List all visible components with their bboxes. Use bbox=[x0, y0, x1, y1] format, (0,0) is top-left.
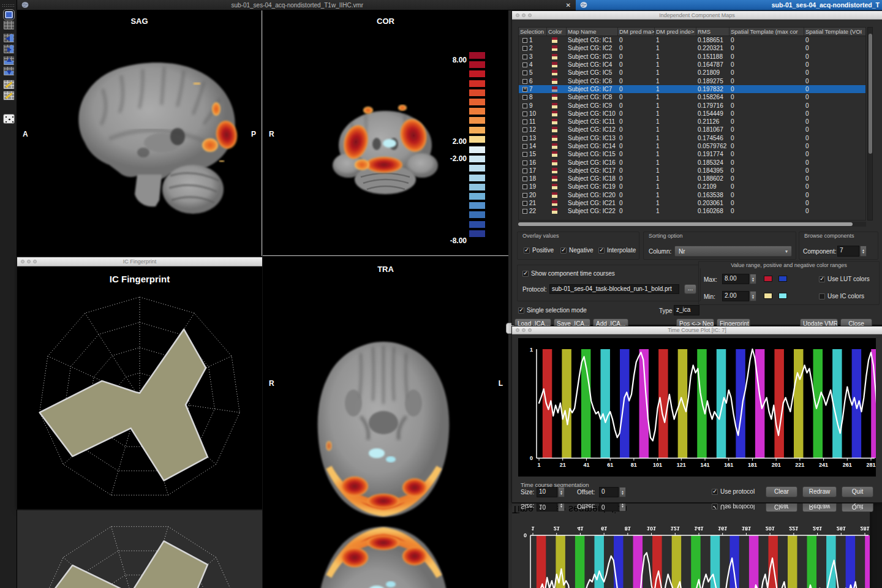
table-row[interactable]: 5Subject CG: IC5010.2180900 bbox=[519, 69, 865, 77]
min-value-field[interactable]: 2.00 bbox=[722, 291, 749, 301]
single-selection-checkbox[interactable]: ✓Single selection mode bbox=[518, 307, 587, 314]
positive-color-swatch-1[interactable] bbox=[764, 276, 772, 282]
table-row[interactable]: 22Subject CG: IC22010.16026800 bbox=[519, 207, 865, 215]
table-row[interactable]: 3Subject CG: IC3010.15118800 bbox=[519, 53, 865, 61]
cor-view[interactable]: COR R 8.002.00-2.00-8.00 bbox=[263, 10, 508, 256]
vmr-window-titlebar[interactable]: sub-01_ses-04_acq-nondistorted_T1w_IIHC.… bbox=[17, 0, 576, 10]
sag-view[interactable]: SAG A P bbox=[17, 10, 262, 256]
axial-view-icon[interactable] bbox=[3, 66, 15, 76]
table-row[interactable]: 8Subject CG: IC8010.15826400 bbox=[519, 93, 865, 101]
min-spinner[interactable]: ▲▼ bbox=[750, 291, 756, 301]
negative-color-swatch-2[interactable] bbox=[778, 293, 787, 299]
row-selection-checkbox[interactable] bbox=[522, 201, 527, 206]
draw-pen-icon[interactable] bbox=[3, 80, 15, 89]
size-field[interactable]: 10 bbox=[537, 503, 557, 511]
column-header[interactable]: Map Name bbox=[567, 28, 618, 36]
table-row[interactable]: 19Subject CG: IC19010.210900 bbox=[519, 183, 865, 190]
table-row[interactable]: 7Subject CG: IC7010.19783200 bbox=[519, 85, 865, 93]
size-spinner[interactable]: ▲▼ bbox=[558, 503, 565, 511]
component-spinner[interactable]: ▲▼ bbox=[860, 246, 867, 257]
negative-checkbox[interactable]: ✓Negative bbox=[560, 247, 593, 254]
timecourse-titlebar[interactable]: Time Course Plot [IC: 7] bbox=[512, 326, 882, 334]
clear-button[interactable]: Clear bbox=[766, 486, 797, 497]
protocol-browse-button[interactable]: ... bbox=[684, 284, 696, 294]
secondary-window-titlebar[interactable]: sub-01_ses-04_acq-nondistorted_T bbox=[576, 0, 882, 10]
cube-3d-view-icon[interactable] bbox=[5, 11, 13, 18]
row-selection-checkbox[interactable] bbox=[522, 79, 527, 84]
row-selection-checkbox[interactable] bbox=[522, 127, 527, 132]
table-row[interactable]: 14Subject CG: IC14010.057976200 bbox=[519, 142, 865, 150]
row-selection-checkbox[interactable] bbox=[522, 46, 527, 51]
table-row[interactable]: 12Subject CG: IC12010.18106700 bbox=[519, 126, 865, 134]
row-selection-checkbox[interactable] bbox=[522, 144, 527, 149]
offset-field[interactable]: 0 bbox=[599, 487, 619, 497]
max-spinner[interactable]: ▲▼ bbox=[750, 274, 756, 284]
row-selection-checkbox[interactable] bbox=[522, 70, 527, 75]
offset-field[interactable]: 0 bbox=[599, 503, 619, 511]
row-selection-checkbox[interactable] bbox=[522, 136, 527, 141]
column-header[interactable]: Color bbox=[547, 28, 567, 36]
table-row[interactable]: 13Subject CG: IC13010.17454600 bbox=[519, 134, 865, 142]
size-field[interactable]: 10 bbox=[537, 487, 557, 497]
table-row[interactable]: 16Subject CG: IC16010.18532400 bbox=[519, 158, 865, 166]
fingerprint-titlebar[interactable]: IC Fingerprint bbox=[17, 257, 262, 266]
table-row[interactable]: 2Subject CG: IC2010.22032100 bbox=[519, 44, 865, 52]
draw-pen-alt-icon[interactable] bbox=[3, 91, 15, 100]
negative-color-swatch-1[interactable] bbox=[764, 293, 772, 299]
column-header[interactable]: DM pred ma> bbox=[618, 28, 655, 36]
dice-random-icon[interactable] bbox=[3, 114, 15, 124]
table-row[interactable]: 10Subject CG: IC10010.15444900 bbox=[519, 110, 865, 118]
row-selection-checkbox[interactable] bbox=[522, 119, 527, 124]
close-icon[interactable]: ✕ bbox=[566, 2, 571, 9]
table-row[interactable]: 17Subject CG: IC17010.18439500 bbox=[519, 167, 865, 175]
positive-checkbox[interactable]: ✓Positive bbox=[524, 247, 554, 254]
row-selection-checkbox[interactable] bbox=[522, 87, 527, 92]
interpolate-checkbox[interactable]: ✓Interpolate bbox=[598, 247, 636, 254]
table-row[interactable]: 11Subject CG: IC11010.2112600 bbox=[519, 118, 865, 126]
use-ic-colors-checkbox[interactable]: Use IC colors bbox=[819, 293, 864, 300]
use-protocol-checkbox[interactable]: ✓Use protocol bbox=[712, 488, 755, 495]
offset-spinner[interactable]: ▲▼ bbox=[619, 487, 626, 497]
table-row[interactable]: 21Subject CG: IC21010.20306100 bbox=[519, 199, 865, 207]
row-selection-checkbox[interactable] bbox=[522, 55, 527, 59]
column-header[interactable]: Spatial Template (VOI bbox=[804, 28, 866, 36]
use-lut-colors-checkbox[interactable]: ✓Use LUT colors bbox=[819, 276, 870, 282]
row-selection-checkbox[interactable] bbox=[522, 176, 527, 181]
table-row[interactable]: 15Subject CG: IC15010.19177400 bbox=[519, 150, 865, 158]
redraw-button[interactable]: Redraw bbox=[802, 503, 837, 512]
sagittal-flip-view-icon[interactable] bbox=[3, 44, 15, 54]
quit-button[interactable]: Quit bbox=[842, 503, 873, 512]
component-number-field[interactable]: 7 bbox=[837, 246, 859, 257]
sort-column-dropdown[interactable]: Nr▾ bbox=[674, 246, 792, 257]
column-header[interactable]: Selection bbox=[519, 28, 547, 36]
row-selection-checkbox[interactable] bbox=[522, 168, 527, 173]
sagittal-view-icon[interactable] bbox=[3, 33, 15, 43]
row-selection-checkbox[interactable] bbox=[522, 104, 527, 108]
table-row[interactable]: 18Subject CG: IC18010.18860200 bbox=[519, 175, 865, 183]
row-selection-checkbox[interactable] bbox=[522, 209, 527, 214]
protocol-field[interactable]: sub-01_ses-04_task-blocked_run-1_bold.pr… bbox=[549, 284, 679, 294]
grid-view-icon[interactable] bbox=[3, 20, 15, 30]
tra-view[interactable]: TRA R L bbox=[263, 521, 508, 588]
row-selection-checkbox[interactable] bbox=[522, 184, 527, 189]
table-row[interactable]: 6Subject CG: IC6010.18927500 bbox=[519, 77, 865, 85]
icm-titlebar[interactable]: Independent Component Maps bbox=[512, 11, 882, 20]
positive-color-swatch-2[interactable] bbox=[778, 276, 787, 282]
table-row[interactable]: 20Subject CG: IC20010.16353800 bbox=[519, 191, 865, 199]
redraw-button[interactable]: Redraw bbox=[802, 486, 837, 497]
column-header[interactable]: RMS bbox=[696, 28, 729, 36]
quit-button[interactable]: Quit bbox=[842, 486, 873, 497]
coronal-view-icon[interactable] bbox=[3, 56, 15, 66]
row-selection-checkbox[interactable] bbox=[522, 95, 527, 100]
table-row[interactable]: 9Subject CG: IC9010.17971600 bbox=[519, 101, 865, 109]
clear-button[interactable]: Clear bbox=[766, 503, 797, 512]
column-header[interactable]: DM pred inde> bbox=[655, 28, 696, 36]
max-value-field[interactable]: 8.00 bbox=[722, 274, 749, 284]
column-header[interactable]: Spatial Template (max cor bbox=[729, 28, 804, 36]
row-selection-checkbox[interactable] bbox=[522, 160, 527, 165]
size-spinner[interactable]: ▲▼ bbox=[558, 487, 565, 497]
table-row[interactable]: 1Subject CG: IC1010.18865100 bbox=[519, 36, 865, 44]
tra-view[interactable]: TRA R L bbox=[263, 256, 508, 521]
row-selection-checkbox[interactable] bbox=[522, 193, 527, 198]
row-selection-checkbox[interactable] bbox=[522, 111, 527, 116]
